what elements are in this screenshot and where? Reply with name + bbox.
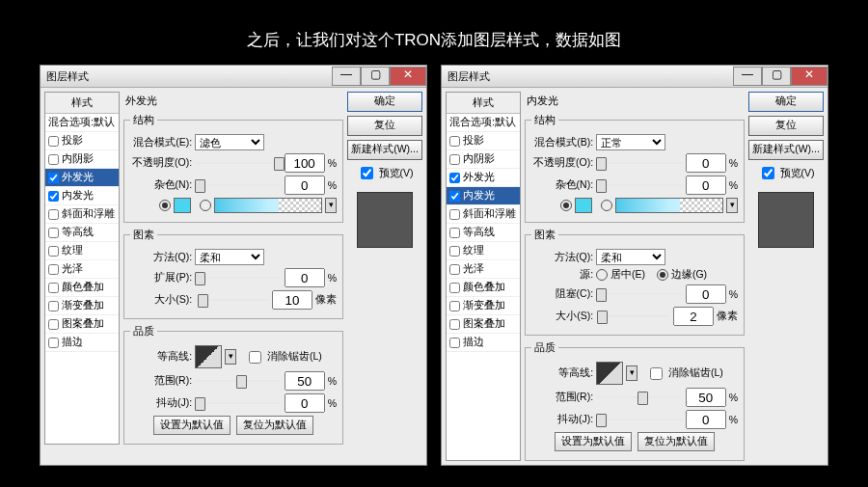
style-list-item[interactable]: 图案叠加 [447,315,520,334]
style-list-item[interactable]: 斜面和浮雕 [447,205,520,224]
source-edge-radio[interactable] [657,269,668,281]
noise-input[interactable] [686,176,726,195]
color-swatch[interactable] [575,198,592,213]
noise-input[interactable] [285,176,325,195]
style-list-item[interactable]: 斜面和浮雕 [45,205,119,224]
noise-slider[interactable] [195,178,282,192]
style-checkbox[interactable] [449,173,460,183]
style-list-item[interactable]: 图案叠加 [45,315,119,334]
style-list-item[interactable]: 颜色叠加 [45,279,119,297]
antialias-checkbox[interactable] [249,351,261,364]
opacity-slider[interactable] [596,156,683,170]
reset-default-button[interactable]: 复位为默认值 [637,432,715,451]
style-list-item[interactable]: 纹理 [45,242,119,260]
style-list-item[interactable]: 投影 [447,132,520,150]
style-checkbox[interactable] [449,301,460,311]
style-list-item[interactable]: 混合选项:默认 [447,114,520,132]
ok-button[interactable]: 确定 [347,92,422,112]
style-list-item[interactable]: 颜色叠加 [447,279,520,297]
range-input[interactable] [285,371,325,391]
style-checkbox[interactable] [449,338,460,348]
style-checkbox[interactable] [449,319,460,330]
style-checkbox[interactable] [449,136,460,147]
preview-checkbox[interactable] [762,167,774,179]
style-checkbox[interactable] [48,191,59,202]
style-checkbox[interactable] [48,283,59,293]
method-select[interactable]: 柔和 [195,249,264,265]
range-slider[interactable] [195,374,282,388]
range-input[interactable] [686,388,726,407]
opacity-input[interactable] [686,153,726,173]
gradient-dropdown-icon[interactable]: ▾ [726,198,738,213]
color-radio[interactable] [159,200,171,211]
opacity-slider[interactable] [195,156,282,170]
spread-slider[interactable] [195,271,282,284]
style-list-item[interactable]: 渐变叠加 [447,297,520,315]
size-input[interactable] [673,307,714,326]
style-checkbox[interactable] [48,136,59,147]
close-button[interactable]: ✕ [791,67,827,86]
style-list-item[interactable]: 描边 [447,334,520,352]
color-radio[interactable] [560,200,572,211]
style-list-item[interactable]: 渐变叠加 [45,297,119,315]
choke-input[interactable] [686,284,726,304]
titlebar[interactable]: 图层样式 — ▢ ✕ [442,66,827,88]
contour-picker[interactable] [596,362,623,385]
reset-default-button[interactable]: 复位为默认值 [236,416,313,435]
style-list-item[interactable]: 投影 [45,132,119,150]
make-default-button[interactable]: 设置为默认值 [153,416,231,435]
style-checkbox[interactable] [449,191,460,202]
style-checkbox[interactable] [449,246,460,257]
style-list-item[interactable]: 内阴影 [45,150,119,169]
style-checkbox[interactable] [48,338,59,348]
style-checkbox[interactable] [449,264,460,275]
style-checkbox[interactable] [48,228,59,238]
style-checkbox[interactable] [449,209,460,220]
range-slider[interactable] [596,391,683,404]
minimize-button[interactable]: — [733,67,762,86]
style-list-item[interactable]: 描边 [45,334,119,352]
style-list-item[interactable]: 光泽 [447,260,520,279]
style-list-item[interactable]: 纹理 [447,242,520,260]
style-list-item[interactable]: 外发光 [447,169,520,187]
noise-slider[interactable] [596,178,683,192]
minimize-button[interactable]: — [332,67,361,86]
jitter-input[interactable] [285,393,325,413]
spread-input[interactable] [285,268,325,287]
style-checkbox[interactable] [449,228,460,238]
style-checkbox[interactable] [449,283,460,293]
new-style-button[interactable]: 新建样式(W)... [748,140,824,160]
style-checkbox[interactable] [48,154,59,165]
style-checkbox[interactable] [48,173,59,183]
size-input[interactable] [272,290,312,310]
style-list-item[interactable]: 混合选项:默认 [45,114,119,132]
style-list-item[interactable]: 光泽 [45,260,119,279]
opacity-input[interactable] [285,153,325,173]
gradient-dropdown-icon[interactable]: ▾ [325,198,337,213]
style-list-item[interactable]: 内阴影 [447,150,520,169]
style-list-item[interactable]: 等高线 [447,224,520,242]
make-default-button[interactable]: 设置为默认值 [555,432,632,451]
close-button[interactable]: ✕ [390,67,426,86]
blend-mode-select[interactable]: 滤色 [195,134,264,150]
choke-slider[interactable] [596,287,683,301]
cancel-button[interactable]: 复位 [748,116,824,136]
style-checkbox[interactable] [48,264,59,275]
jitter-input[interactable] [686,410,726,429]
gradient-radio[interactable] [601,200,612,211]
style-checkbox[interactable] [48,319,59,330]
titlebar[interactable]: 图层样式 — ▢ ✕ [41,66,426,88]
style-checkbox[interactable] [48,301,59,311]
contour-dropdown-icon[interactable]: ▾ [626,365,637,381]
antialias-checkbox[interactable] [650,367,663,380]
contour-picker[interactable] [195,345,222,368]
style-list-item[interactable]: 内发光 [45,187,119,205]
color-swatch[interactable] [174,198,191,213]
preview-checkbox[interactable] [361,167,373,179]
cancel-button[interactable]: 复位 [347,116,422,136]
style-list-item[interactable]: 内发光 [447,187,520,205]
source-center-radio[interactable] [596,269,608,281]
method-select[interactable]: 柔和 [596,249,665,265]
maximize-button[interactable]: ▢ [762,67,791,86]
style-checkbox[interactable] [449,154,460,165]
